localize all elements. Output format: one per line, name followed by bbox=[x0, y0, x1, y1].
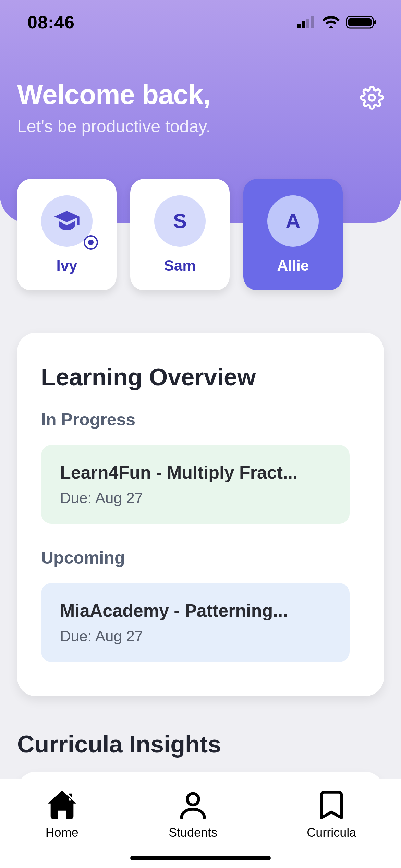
overview-title: Learning Overview bbox=[41, 363, 360, 391]
battery-icon bbox=[346, 15, 377, 29]
assignment-due: Due: Aug 27 bbox=[60, 490, 331, 507]
svg-rect-1 bbox=[297, 24, 301, 28]
assignment-title: MiaAcademy - Patterning... bbox=[60, 600, 331, 621]
tab-label: Home bbox=[46, 825, 78, 840]
main-scroll[interactable]: Learning Overview In Progress Learn4Fun … bbox=[0, 223, 401, 779]
home-indicator bbox=[130, 856, 271, 860]
tab-home[interactable]: Home bbox=[45, 788, 79, 840]
assignment-card[interactable]: MiaAcademy - Patterning... Due: Aug 27 bbox=[41, 583, 350, 662]
avatar bbox=[41, 195, 93, 247]
home-icon bbox=[45, 788, 79, 822]
svg-rect-2 bbox=[302, 21, 305, 28]
cellular-icon bbox=[297, 16, 316, 28]
learning-overview-card: Learning Overview In Progress Learn4Fun … bbox=[17, 333, 384, 696]
svg-rect-4 bbox=[311, 16, 314, 28]
svg-rect-6 bbox=[348, 18, 372, 26]
graduation-cap-icon bbox=[53, 207, 81, 235]
insights-title: Curricula Insights bbox=[17, 731, 401, 758]
student-chip-label: Allie bbox=[277, 257, 309, 274]
in-progress-label: In Progress bbox=[41, 410, 360, 430]
svg-rect-7 bbox=[374, 20, 376, 24]
upcoming-label: Upcoming bbox=[41, 548, 360, 568]
gear-icon bbox=[360, 86, 384, 110]
tab-bar: Home Students Curricula bbox=[0, 779, 401, 868]
wifi-icon bbox=[322, 16, 340, 29]
tab-curricula[interactable]: Curricula bbox=[307, 788, 356, 840]
bookmark-icon bbox=[314, 788, 349, 822]
student-chip-row: Ivy S Sam A Allie bbox=[17, 179, 343, 290]
status-time: 08:46 bbox=[27, 12, 75, 33]
student-chip-label: Sam bbox=[164, 257, 196, 274]
svg-point-8 bbox=[187, 794, 198, 805]
upcoming-row[interactable]: MiaAcademy - Patterning... Due: Aug 27 L… bbox=[41, 583, 360, 662]
person-icon bbox=[176, 788, 210, 822]
tab-label: Curricula bbox=[307, 825, 356, 840]
assignment-title: Learn4Fun - Multiply Fract... bbox=[60, 462, 331, 483]
welcome-subtitle: Let's be productive today. bbox=[17, 117, 211, 136]
avatar: A bbox=[267, 195, 319, 247]
svg-rect-3 bbox=[306, 19, 309, 28]
assignment-card[interactable]: Learn4Fun - Multiply Fract... Due: Aug 2… bbox=[41, 445, 350, 524]
tab-label: Students bbox=[169, 825, 217, 840]
student-chip-ivy[interactable]: Ivy bbox=[17, 179, 117, 290]
assignment-due: Due: Aug 27 bbox=[60, 628, 331, 645]
in-progress-row[interactable]: Learn4Fun - Multiply Fract... Due: Aug 2… bbox=[41, 445, 360, 524]
avatar-badge-icon bbox=[84, 235, 98, 250]
settings-button[interactable] bbox=[360, 86, 384, 110]
insight-card[interactable]: Learn4Fun bbox=[17, 772, 384, 779]
student-chip-sam[interactable]: S Sam bbox=[130, 179, 230, 290]
status-bar: 08:46 bbox=[0, 0, 401, 45]
student-chip-label: Ivy bbox=[56, 257, 77, 274]
tab-students[interactable]: Students bbox=[169, 788, 217, 840]
student-chip-allie[interactable]: A Allie bbox=[243, 179, 343, 290]
avatar: S bbox=[154, 195, 206, 247]
svg-point-0 bbox=[369, 95, 375, 101]
welcome-title: Welcome back, bbox=[17, 79, 211, 110]
